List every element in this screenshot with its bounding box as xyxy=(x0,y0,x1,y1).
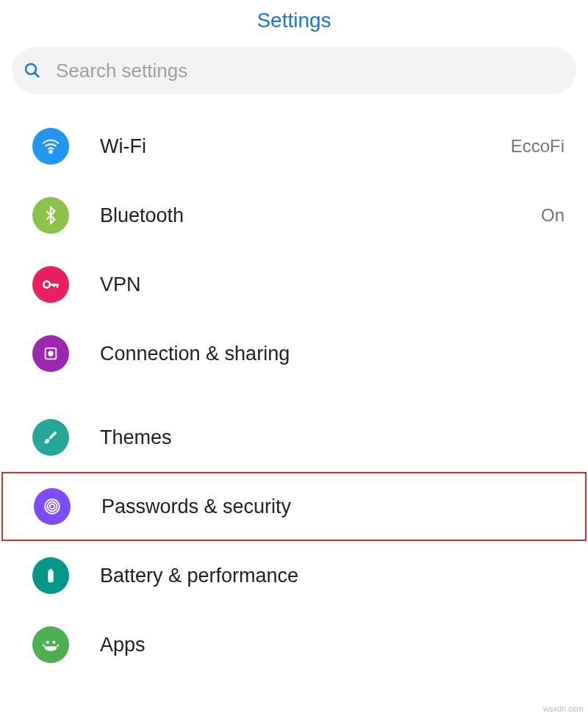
settings-item-label: Wi-Fi xyxy=(100,135,511,158)
settings-item-value: On xyxy=(541,205,564,226)
settings-item-battery[interactable]: Battery & performance xyxy=(0,541,588,610)
svg-rect-13 xyxy=(49,569,52,571)
search-placeholder: Search settings xyxy=(56,60,187,82)
svg-point-15 xyxy=(52,641,55,644)
svg-rect-12 xyxy=(48,570,53,583)
settings-list: Wi-Fi EccoFi Bluetooth On VPN xyxy=(0,112,588,679)
svg-point-2 xyxy=(49,151,51,153)
settings-item-label: Passwords & security xyxy=(101,495,563,518)
battery-icon xyxy=(32,557,69,594)
group-divider xyxy=(0,388,588,403)
settings-item-wifi[interactable]: Wi-Fi EccoFi xyxy=(0,112,588,181)
svg-point-14 xyxy=(46,641,49,644)
settings-item-label: Connection & sharing xyxy=(100,343,564,365)
search-icon xyxy=(24,62,41,79)
svg-point-10 xyxy=(48,502,57,512)
svg-rect-6 xyxy=(53,284,55,287)
svg-point-0 xyxy=(26,64,36,74)
svg-point-9 xyxy=(50,504,55,509)
settings-item-label: VPN xyxy=(100,273,564,296)
page-title: Settings xyxy=(0,9,588,32)
settings-item-label: Bluetooth xyxy=(100,204,541,227)
settings-item-bluetooth[interactable]: Bluetooth On xyxy=(0,181,588,250)
svg-point-8 xyxy=(49,351,53,356)
settings-item-vpn[interactable]: VPN xyxy=(0,250,588,319)
bluetooth-icon xyxy=(32,197,69,234)
settings-item-label: Apps xyxy=(100,634,564,656)
connection-sharing-icon xyxy=(32,335,69,372)
settings-item-label: Themes xyxy=(100,426,564,449)
settings-item-connection[interactable]: Connection & sharing xyxy=(0,319,588,388)
settings-item-label: Battery & performance xyxy=(100,565,564,587)
apps-icon xyxy=(32,626,69,663)
wifi-icon xyxy=(32,128,69,165)
search-bar[interactable]: Search settings xyxy=(12,47,576,94)
header: Settings xyxy=(0,0,588,47)
svg-point-3 xyxy=(43,282,50,288)
settings-item-value: EccoFi xyxy=(511,136,564,157)
fingerprint-icon xyxy=(34,488,71,525)
settings-item-passwords[interactable]: Passwords & security xyxy=(1,472,587,541)
settings-item-themes[interactable]: Themes xyxy=(0,403,588,472)
vpn-key-icon xyxy=(32,266,69,303)
watermark: wsxdn.com xyxy=(543,704,584,713)
svg-line-1 xyxy=(35,73,39,77)
svg-rect-5 xyxy=(57,284,59,287)
settings-item-apps[interactable]: Apps xyxy=(0,610,588,679)
brush-icon xyxy=(32,419,69,456)
